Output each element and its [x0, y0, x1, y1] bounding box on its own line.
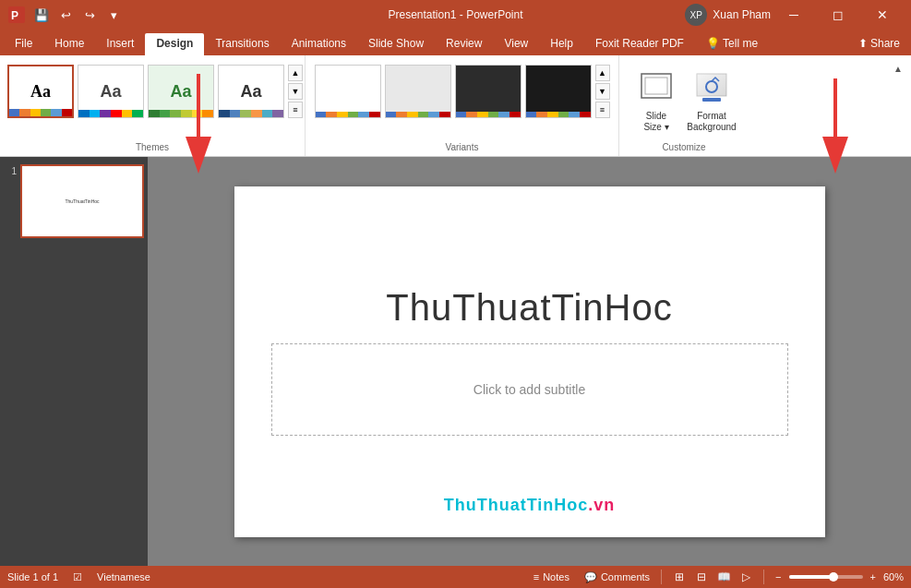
svg-rect-6: [702, 98, 721, 102]
theme-office[interactable]: Aa: [7, 65, 74, 118]
zoom-in-button[interactable]: +: [867, 570, 880, 584]
theme-scroll: ▲ ▼ ≡: [288, 65, 303, 118]
customize-buttons: SlideSize ▾: [630, 59, 737, 148]
variant-3[interactable]: [455, 65, 521, 118]
comments-icon: 💬: [584, 571, 597, 583]
slide-canvas[interactable]: ThuThuatTinHoc Click to add subtitle Thu…: [234, 186, 825, 537]
language: Vietnamese: [97, 571, 150, 582]
variant-scroll-more[interactable]: ≡: [595, 102, 610, 118]
slide-subtitle-box[interactable]: Click to add subtitle: [271, 343, 788, 436]
canvas-area: ThuThuatTinHoc Click to add subtitle Thu…: [148, 157, 911, 566]
tab-share[interactable]: ⬆ Share: [847, 33, 911, 55]
tab-file[interactable]: File: [4, 33, 43, 55]
divider: [661, 570, 662, 584]
theme-label-office: Aa: [30, 82, 51, 102]
variant-scroll-up[interactable]: ▲: [595, 65, 610, 81]
collapse-ribbon-button[interactable]: ▲: [889, 59, 907, 78]
tab-transitions[interactable]: Transitions: [204, 33, 280, 55]
format-background-label: FormatBackground: [687, 111, 736, 133]
tab-help[interactable]: Help: [539, 33, 584, 55]
theme-scroll-up[interactable]: ▲: [288, 65, 303, 81]
themes-grid: Aa Aa: [7, 65, 284, 118]
comments-label: Comments: [601, 571, 650, 582]
divider2: [763, 570, 764, 584]
tab-insert[interactable]: Insert: [95, 33, 145, 55]
minimize-button[interactable]: ─: [773, 0, 815, 30]
tab-design[interactable]: Design: [145, 33, 204, 55]
theme-label-3: Aa: [170, 82, 191, 102]
theme-4[interactable]: Aa: [218, 65, 284, 118]
zoom-area: − + 60%: [772, 570, 904, 584]
notes-button[interactable]: ≡ Notes: [530, 570, 573, 584]
variants-section: ▲ ▼ ≡ Variants: [306, 55, 619, 156]
redo-button[interactable]: ↪: [79, 5, 100, 25]
status-left: Slide 1 of 1 ☑ Vietnamese: [7, 570, 150, 585]
customize-label: Customize: [619, 142, 749, 152]
slide-panel: 1 ThuThuatTinHoc: [0, 157, 148, 566]
variant-scroll-down[interactable]: ▼: [595, 83, 610, 100]
svg-text:P: P: [11, 9, 18, 22]
theme-3[interactable]: Aa: [148, 65, 214, 118]
title-bar-left: P 💾 ↩ ↪ ▾: [7, 5, 124, 25]
zoom-out-button[interactable]: −: [772, 570, 785, 584]
theme-scroll-down[interactable]: ▼: [288, 83, 303, 100]
theme-label-4: Aa: [240, 82, 261, 102]
tab-slideshow[interactable]: Slide Show: [357, 33, 435, 55]
slide-number: 1: [4, 164, 17, 176]
close-button[interactable]: ✕: [861, 0, 904, 30]
format-background-button[interactable]: FormatBackground: [686, 65, 737, 129]
customize-qat-button[interactable]: ▾: [103, 5, 124, 25]
avatar: XP: [685, 4, 707, 26]
watermark-main: ThuThuatTinHoc: [444, 496, 589, 514]
main-area: 1 ThuThuatTinHoc ThuThuatTinHoc Click to…: [0, 157, 911, 566]
slide-title: ThuThuatTinHoc: [386, 287, 672, 329]
tab-foxit[interactable]: Foxit Reader PDF: [584, 33, 695, 55]
accessibility-button[interactable]: ☑: [69, 570, 86, 585]
zoom-slider[interactable]: [789, 575, 863, 579]
themes-label: Themes: [0, 142, 305, 152]
title-bar-controls: XP Xuan Pham ─ ◻ ✕: [685, 0, 904, 30]
tab-home[interactable]: Home: [43, 33, 95, 55]
subtitle-placeholder: Click to add subtitle: [473, 382, 585, 397]
theme-scroll-more[interactable]: ≡: [288, 102, 303, 118]
reading-view-button[interactable]: 📖: [713, 569, 734, 585]
themes-content: Aa Aa: [7, 59, 303, 152]
variants-scroll: ▲ ▼ ≡: [595, 65, 610, 118]
tab-animations[interactable]: Animations: [281, 33, 357, 55]
slide-size-button[interactable]: SlideSize ▾: [630, 65, 682, 129]
variant-4[interactable]: [525, 65, 592, 118]
title-bar: P 💾 ↩ ↪ ▾ Presentation1 - PowerPoint XP …: [0, 0, 911, 30]
variant-2[interactable]: [385, 65, 451, 118]
slide-thumbnail[interactable]: ThuThuatTinHoc: [20, 164, 144, 238]
zoom-fill: [789, 575, 833, 579]
tab-review[interactable]: Review: [435, 33, 493, 55]
ribbon-tabs: File Home Insert Design Transitions Anim…: [0, 30, 911, 55]
slide-info: Slide 1 of 1: [7, 571, 58, 582]
ribbon: Aa Aa: [0, 55, 911, 157]
variants-label: Variants: [306, 142, 618, 152]
zoom-percent: 60%: [883, 571, 904, 582]
theme-2[interactable]: Aa: [78, 65, 144, 118]
svg-rect-3: [645, 78, 667, 94]
view-buttons: ⊞ ⊟ 📖 ▷: [669, 569, 756, 585]
tab-tellme[interactable]: 💡 Tell me: [695, 33, 769, 55]
slide-size-icon: [640, 72, 673, 107]
slide-sorter-button[interactable]: ⊟: [691, 569, 712, 585]
slideshow-view-button[interactable]: ▷: [736, 569, 756, 585]
comments-button[interactable]: 💬 Comments: [581, 570, 653, 585]
variant-1[interactable]: [315, 65, 381, 118]
undo-button[interactable]: ↩: [55, 5, 76, 25]
normal-view-button[interactable]: ⊞: [669, 569, 689, 585]
app-icon: P: [7, 6, 26, 24]
slide-thumb-title: ThuThuatTinHoc: [65, 198, 99, 204]
restore-button[interactable]: ◻: [817, 0, 859, 30]
quick-access-toolbar: 💾 ↩ ↪ ▾: [31, 5, 124, 25]
tab-view[interactable]: View: [493, 33, 539, 55]
zoom-thumb[interactable]: [829, 572, 838, 582]
theme-label-2: Aa: [100, 82, 121, 102]
save-button[interactable]: 💾: [31, 5, 52, 25]
slide-watermark: ThuThuatTinHoc.vn: [444, 496, 616, 515]
watermark-domain: .vn: [588, 496, 615, 514]
themes-section: Aa Aa: [0, 55, 306, 156]
user-profile[interactable]: XP Xuan Pham: [685, 4, 771, 26]
